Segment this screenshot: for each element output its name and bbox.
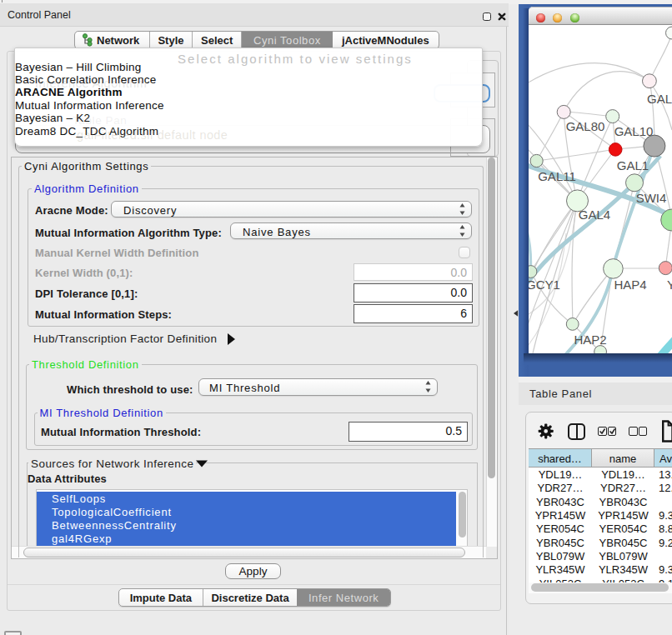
svg-text:GAL7: GAL7 — [647, 92, 672, 106]
svg-text:GAL1: GAL1 — [617, 158, 649, 172]
svg-text:GAL4: GAL4 — [579, 208, 610, 222]
svg-text:GAL10: GAL10 — [614, 124, 654, 138]
svg-text:SWI4: SWI4 — [636, 191, 667, 205]
svg-text:GAL11: GAL11 — [538, 169, 576, 183]
svg-text:HAP2: HAP2 — [574, 332, 606, 347]
svg-text:HAP4: HAP4 — [614, 278, 646, 292]
svg-text:YPL: YPL — [667, 278, 672, 292]
svg-text:GAL80: GAL80 — [566, 119, 605, 133]
svg-text:GCY1: GCY1 — [529, 278, 560, 292]
